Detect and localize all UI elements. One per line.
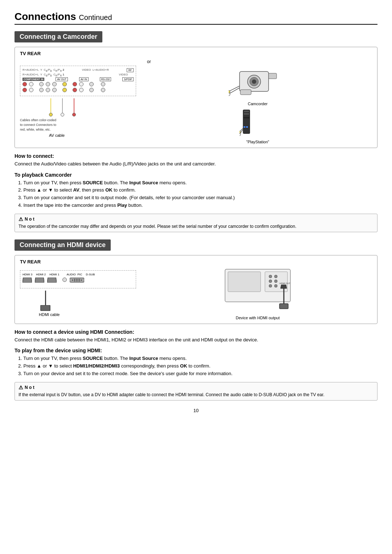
port-cb1: [46, 82, 50, 86]
svg-point-9: [229, 93, 230, 96]
port-cb2: [46, 88, 50, 92]
audio-port: [62, 278, 67, 282]
av-out-label: AV OUT: [56, 77, 68, 81]
cable-red: [72, 98, 76, 116]
playback-step-3: Turn on your camcorder and set it to out…: [18, 194, 377, 202]
playstation-label: "PlayStation": [240, 140, 276, 144]
port-y1: [39, 82, 44, 86]
port-r-audio2: [23, 88, 27, 92]
svg-rect-45: [279, 304, 288, 309]
hdmi-play-steps: Turn on your TV, then press SOURCE butto…: [15, 355, 377, 377]
svg-point-3: [252, 79, 256, 84]
svg-rect-12: [244, 113, 249, 115]
hdmi-panel: HDMI 3 HDMI 2 HDMI 1 AUDIO PIC D-SUB: [20, 270, 136, 317]
how-to-connect-camcorder: How to connect: Connect the Audio/Video …: [15, 153, 377, 168]
section-header-hdmi: Connecting an HDMI device: [15, 239, 111, 251]
page-number: 10: [15, 408, 377, 413]
svg-marker-42: [281, 285, 287, 288]
camcorder-svg: [229, 64, 287, 100]
hdmi1-label: HDMI 1: [49, 273, 59, 276]
port-cr1: [52, 82, 57, 86]
playback-section: To playback Camcorder Turn on your TV, t…: [15, 172, 377, 209]
hdmi3-label: HDMI 3: [23, 273, 32, 276]
svg-point-39: [274, 280, 277, 283]
hdmi-play-section: To play from the device using HDMI: Turn…: [15, 348, 377, 377]
connector-labels-row2: R+AUDIO+L Y CB/PB CR/PR 1 VIDEO: [23, 73, 134, 77]
svg-point-26: [77, 279, 78, 280]
svg-rect-23: [70, 278, 84, 282]
hdmi-cable-line: [45, 291, 46, 305]
av-cable-label: AV cable: [20, 133, 136, 138]
or-text: or: [147, 59, 151, 64]
svg-point-41: [274, 284, 277, 287]
tv-rear-label-hdmi: TV REAR: [20, 259, 372, 264]
tv-rear-panel-camcorder: R+AUDIO+L Y CB/PB CR/PR 2 VIDEO L+AUDIO+…: [20, 66, 136, 138]
svg-rect-5: [240, 90, 251, 95]
how-to-connect-title: How to connect:: [15, 153, 377, 159]
camcorder-label: Camcorder: [229, 102, 287, 106]
hdmi-device-svg: HDMI OUT: [218, 267, 298, 315]
playback-step-1: Turn on your TV, then press SOURCE butto…: [18, 179, 377, 187]
svg-point-29: [74, 280, 75, 282]
hdmi-step-1: Turn on your TV, then press SOURCE butto…: [18, 355, 377, 362]
tv-rear-box-hdmi: TV REAR HDMI 3 HDMI 2 HDMI 1 AUDIO PIC D…: [15, 255, 377, 324]
port-audio-l2: [79, 88, 83, 92]
svg-rect-14: [244, 126, 245, 128]
hdmi-connect-text: Connect the HDMI cable between the HDMI1…: [15, 336, 377, 344]
hdmi-device-illustration: HDMI OUT Device with HDMI output: [218, 267, 298, 320]
title-continued: Continued: [79, 13, 112, 21]
note-title-hdmi: ⚠ N o t: [19, 385, 373, 390]
svg-rect-15: [246, 126, 248, 128]
svg-marker-21: [35, 278, 44, 283]
hdmi-step-2: Press ▲ or ▼ to select HDMI1/HDMI2/HDMI3…: [18, 362, 377, 370]
svg-point-30: [77, 280, 78, 282]
port-l-audio2: [29, 88, 33, 92]
hdmi3-port: [23, 278, 32, 283]
cable-end-white1: [61, 113, 64, 116]
svg-rect-34: [228, 272, 261, 292]
port-r-audio: [23, 82, 27, 86]
hdmi-ports: [23, 277, 134, 283]
svg-rect-13: [244, 117, 249, 118]
note-title-camcorder: ⚠ N o t: [19, 216, 373, 222]
hdmi-diagram: HDMI 3 HDMI 2 HDMI 1 AUDIO PIC D-SUB: [20, 267, 372, 320]
camcorder-diagram: R+AUDIO+L Y CB/PB CR/PR 2 VIDEO L+AUDIO+…: [20, 59, 372, 144]
tv-rear-label-camcorder: TV REAR: [20, 51, 372, 56]
hdmi-cable-label: HDMI cable: [20, 312, 136, 317]
port-row-1: [23, 82, 134, 86]
svg-point-40: [269, 284, 272, 287]
svg-rect-4: [269, 73, 277, 79]
page-title: Connections Continued: [15, 11, 112, 22]
playback-title: To playback Camcorder: [15, 172, 377, 178]
playstation-svg: [240, 108, 276, 137]
how-to-connect-text: Connect the Audio/Video cables between t…: [15, 160, 377, 168]
cable-lines: [20, 98, 136, 116]
component-in-label: COMPONENT IN: [23, 78, 44, 81]
tv-rear-box-camcorder: TV REAR R+AUDIO+L Y CB/PB CR/PR 2 VIDEO …: [15, 47, 377, 148]
right-device-diagram: or: [143, 59, 372, 144]
svg-point-27: [79, 279, 80, 280]
playstation-illustration: "PlayStation": [240, 108, 276, 144]
port-audio-l1: [79, 82, 83, 86]
camcorder-illustration: Camcorder: [229, 64, 287, 106]
rs232-label: RS-232: [100, 77, 111, 81]
audio-label: AUDIO PIC: [66, 273, 82, 276]
cable-white: [61, 98, 64, 116]
hdmi-connector-panel: HDMI 3 HDMI 2 HDMI 1 AUDIO PIC D-SUB: [20, 270, 136, 288]
cable-end-red: [72, 113, 76, 116]
hdmi2-label: HDMI 2: [36, 273, 46, 276]
hdmi-device-side: HDMI OUT Device with HDMI output: [143, 267, 372, 320]
svg-rect-32: [41, 305, 50, 311]
section-hdmi: Connecting an HDMI device TV REAR HDMI 3…: [15, 239, 377, 401]
port-rf1: [101, 82, 105, 86]
svg-point-19: [240, 134, 241, 136]
hdmi-labels: HDMI 3 HDMI 2 HDMI 1 AUDIO PIC D-SUB: [23, 273, 134, 276]
playback-step-4: Insert the tape into the camcorder and p…: [18, 202, 377, 209]
spdif-label: S/PDIF: [122, 77, 134, 81]
device-label: Device with HDMI output: [218, 316, 298, 320]
note-box-camcorder: ⚠ N o t The operation of the camcorder m…: [15, 214, 377, 232]
port-audio-r2: [73, 88, 77, 92]
svg-point-36: [269, 275, 272, 278]
rf-label: RF: [127, 68, 134, 72]
playback-steps: Turn on your TV, then press SOURCE butto…: [15, 179, 377, 209]
